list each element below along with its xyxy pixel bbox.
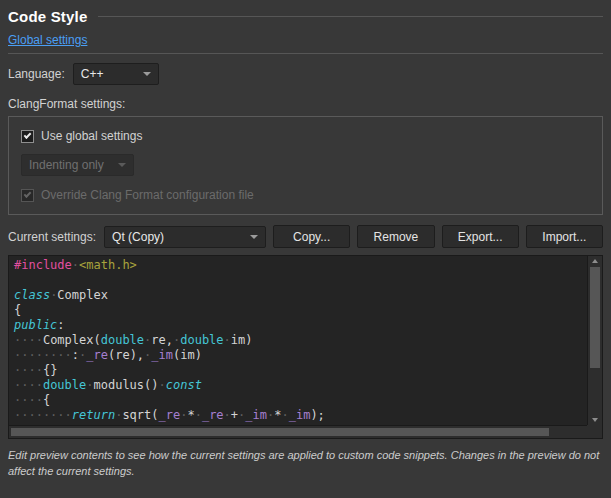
code-line: ········:·_re(re),·_im(im): [14, 348, 582, 363]
code-token: ········: [14, 348, 72, 362]
code-token: ·: [195, 408, 202, 422]
code-token: _re: [159, 408, 181, 422]
code-token: +: [231, 408, 238, 422]
checkbox-checked-icon: [21, 130, 34, 143]
remove-button[interactable]: Remove: [357, 225, 434, 248]
use-global-settings-label: Use global settings: [41, 129, 142, 143]
code-token: const: [166, 378, 202, 392]
copy-button[interactable]: Copy...: [273, 225, 350, 248]
import-button[interactable]: Import...: [526, 225, 603, 248]
code-token: ·: [86, 378, 93, 392]
clangformat-section-label: ClangFormat settings:: [8, 97, 603, 111]
header: Code Style: [8, 8, 603, 25]
code-token: ·: [159, 378, 166, 392]
code-token: _im: [151, 348, 173, 362]
code-token: ·: [281, 408, 288, 422]
code-line: public:: [14, 318, 582, 333]
code-token: );: [310, 408, 324, 422]
current-settings-dropdown[interactable]: Qt (Copy): [104, 226, 266, 248]
checkbox-checked-disabled-icon: [21, 189, 34, 202]
language-label: Language:: [8, 67, 65, 81]
code-token: {: [43, 393, 50, 407]
code-preview-editor[interactable]: #include·<math.h> class·Complex{public:·…: [8, 255, 603, 439]
code-token: *: [187, 408, 194, 422]
code-token: double: [180, 333, 223, 347]
code-token: double: [43, 378, 86, 392]
code-editor-content[interactable]: #include·<math.h> class·Complex{public:·…: [9, 256, 587, 425]
indenting-mode-dropdown: Indenting only: [21, 154, 134, 176]
header-separator: [8, 53, 603, 54]
code-line: {: [14, 303, 582, 318]
code-token: im): [231, 333, 253, 347]
code-token: Complex(: [43, 333, 101, 347]
code-line: ····double·modulus()·const: [14, 378, 582, 393]
code-token: ····: [14, 363, 43, 377]
code-line: ····Complex(double·re,·double·im): [14, 333, 582, 348]
code-style-page: Code Style Global settings Language: C++…: [0, 0, 611, 498]
current-settings-row: Current settings: Qt (Copy) Copy... Remo…: [8, 225, 603, 248]
code-token: ·: [224, 333, 231, 347]
code-token: (im): [173, 348, 202, 362]
code-token: ····: [14, 378, 43, 392]
code-token: _re: [202, 408, 224, 422]
code-line: [14, 273, 582, 288]
code-line: ····{}: [14, 363, 582, 378]
code-token: ·: [224, 408, 231, 422]
code-token: #include: [14, 258, 72, 272]
code-token: :: [72, 348, 79, 362]
code-token: {: [14, 303, 21, 317]
code-token: public: [14, 318, 57, 332]
override-config-checkbox: Override Clang Format configuration file: [21, 188, 590, 202]
code-token: double: [101, 333, 144, 347]
code-token: _re: [86, 348, 108, 362]
chevron-down-icon: [143, 72, 151, 76]
code-token: _im: [245, 408, 267, 422]
export-button[interactable]: Export...: [442, 225, 519, 248]
language-dropdown-value: C++: [81, 67, 104, 81]
vertical-scrollbar-thumb[interactable]: [590, 267, 600, 368]
current-settings-label: Current settings:: [8, 230, 96, 244]
language-row: Language: C++: [8, 63, 603, 85]
code-token: Complex: [57, 288, 108, 302]
code-token: ····: [14, 393, 43, 407]
scroll-down-icon[interactable]: [592, 418, 598, 422]
override-config-label: Override Clang Format configuration file: [41, 188, 254, 202]
code-line: ····{: [14, 393, 582, 408]
language-dropdown[interactable]: C++: [73, 63, 159, 85]
chevron-down-icon: [118, 163, 126, 167]
code-token: ····: [14, 333, 43, 347]
code-token: _im: [289, 408, 311, 422]
code-token: :: [57, 318, 64, 332]
code-token: return: [72, 408, 115, 422]
vertical-scrollbar[interactable]: [587, 256, 602, 425]
code-line: class·Complex: [14, 288, 582, 303]
code-token: <math.h>: [79, 258, 137, 272]
use-global-settings-checkbox[interactable]: Use global settings: [21, 129, 590, 143]
code-token: class: [14, 288, 50, 302]
indenting-mode-value: Indenting only: [29, 158, 104, 172]
code-line: ········return·sqrt(_re·*·_re·+·_im·*·_i…: [14, 408, 582, 423]
page-title: Code Style: [8, 8, 88, 25]
global-settings-link[interactable]: Global settings: [8, 33, 87, 47]
code-token: re,: [151, 333, 173, 347]
code-token: ········: [14, 408, 72, 422]
code-token: (re),: [108, 348, 144, 362]
code-token: {}: [43, 363, 57, 377]
current-settings-value: Qt (Copy): [112, 230, 164, 244]
horizontal-scrollbar[interactable]: [9, 425, 587, 438]
code-token: modulus(): [94, 378, 159, 392]
scrollbar-corner: [587, 425, 602, 438]
title-separator: [98, 16, 603, 17]
scroll-up-icon[interactable]: [592, 259, 598, 263]
code-token: ·: [72, 258, 79, 272]
footer-note: Edit preview contents to see how the cur…: [8, 448, 603, 480]
code-line: #include·<math.h>: [14, 258, 582, 273]
chevron-down-icon: [250, 235, 258, 239]
code-token: sqrt(: [122, 408, 158, 422]
clangformat-groupbox: Use global settings Indenting only Overr…: [8, 116, 603, 215]
horizontal-scrollbar-thumb[interactable]: [11, 428, 549, 436]
